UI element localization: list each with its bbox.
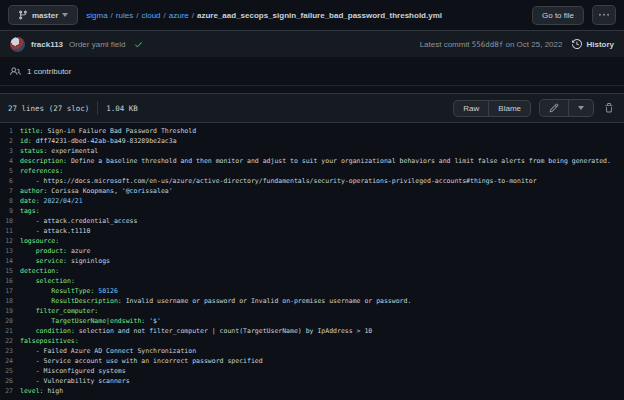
line-number[interactable]: 16 bbox=[0, 276, 20, 286]
code-line: 18 ResultDescription: Invalid username o… bbox=[0, 296, 624, 306]
line-number[interactable]: 6 bbox=[0, 176, 20, 186]
code-line-content: selection: bbox=[20, 276, 75, 286]
go-to-file-button[interactable]: Go to file bbox=[532, 6, 584, 25]
code-line-content: references: bbox=[20, 166, 63, 176]
code-line-content: level: high bbox=[20, 386, 63, 396]
code-line-content: status: experimental bbox=[20, 146, 98, 156]
line-number[interactable]: 12 bbox=[0, 236, 20, 246]
avatar[interactable] bbox=[10, 37, 25, 52]
breadcrumb-link-rules[interactable]: rules bbox=[116, 11, 133, 20]
checks-success-icon[interactable] bbox=[134, 40, 143, 49]
blame-button[interactable]: Blame bbox=[489, 100, 531, 117]
code-line: 8date: 2022/04/21 bbox=[0, 196, 624, 206]
code-line: 17 ResultType: 50126 bbox=[0, 286, 624, 296]
chevron-down-icon bbox=[62, 13, 68, 17]
line-number[interactable]: 2 bbox=[0, 136, 20, 146]
latest-commit-label: Latest commit bbox=[420, 40, 470, 49]
code-line-content: detection: bbox=[20, 266, 59, 276]
line-number[interactable]: 7 bbox=[0, 186, 20, 196]
divider bbox=[97, 101, 98, 115]
line-number[interactable]: 3 bbox=[0, 146, 20, 156]
breadcrumb-separator: / bbox=[192, 11, 194, 20]
code-line: 21 condition: selection and not filter_c… bbox=[0, 326, 624, 336]
more-options-button[interactable] bbox=[592, 5, 616, 25]
breadcrumb-separator: / bbox=[136, 11, 138, 20]
line-number[interactable]: 21 bbox=[0, 326, 20, 336]
code-line-content: ResultType: 50126 bbox=[20, 286, 118, 296]
code-line: 26 - Vulnerability scanners bbox=[0, 376, 624, 386]
commit-message-link[interactable]: Order yaml field bbox=[69, 40, 125, 49]
breadcrumb-link-cloud[interactable]: cloud bbox=[141, 11, 160, 20]
line-number[interactable]: 17 bbox=[0, 286, 20, 296]
line-number[interactable]: 20 bbox=[0, 316, 20, 326]
line-number[interactable]: 14 bbox=[0, 256, 20, 266]
commit-hash-link[interactable]: 556dd8f bbox=[472, 40, 504, 49]
trash-icon bbox=[604, 103, 614, 113]
line-number[interactable]: 22 bbox=[0, 336, 20, 346]
history-button[interactable]: History bbox=[572, 39, 614, 49]
latest-commit-bar: frack113 Order yaml field Latest commit … bbox=[0, 30, 624, 57]
code-line: 19 filter_computer: bbox=[0, 306, 624, 316]
code-line-content: description: Define a baseline threshold… bbox=[20, 156, 611, 166]
edit-dropdown-button[interactable] bbox=[569, 99, 594, 117]
branch-selector-button[interactable]: master bbox=[8, 5, 78, 25]
line-number[interactable]: 13 bbox=[0, 246, 20, 256]
latest-commit-info: Latest commit 556dd8f on Oct 25, 2022 bbox=[420, 40, 563, 49]
line-number[interactable]: 26 bbox=[0, 376, 20, 386]
line-number[interactable]: 5 bbox=[0, 166, 20, 176]
breadcrumb-separator: / bbox=[111, 11, 113, 20]
branch-name: master bbox=[32, 11, 58, 20]
contributors-count-link[interactable]: 1 contributor bbox=[27, 67, 71, 76]
line-number[interactable]: 8 bbox=[0, 196, 20, 206]
line-number[interactable]: 10 bbox=[0, 216, 20, 226]
code-line-content: falsepositives: bbox=[20, 336, 79, 346]
code-line-content: TargetUserName|endswith: '$' bbox=[20, 316, 161, 326]
delete-file-button[interactable] bbox=[602, 103, 616, 113]
line-number[interactable]: 4 bbox=[0, 156, 20, 166]
code-line: 3status: experimental bbox=[0, 146, 624, 156]
code-line: 16 selection: bbox=[0, 276, 624, 286]
code-line-content: - Vulnerability scanners bbox=[20, 376, 130, 386]
line-number[interactable]: 15 bbox=[0, 266, 20, 276]
code-line: 11 - attack.t1110 bbox=[0, 226, 624, 236]
breadcrumb-link-azure[interactable]: azure bbox=[169, 11, 189, 20]
history-label: History bbox=[586, 40, 614, 49]
section-gap bbox=[0, 86, 624, 93]
code-line: 22falsepositives: bbox=[0, 336, 624, 346]
code-line: 25 - Misconfigured systems bbox=[0, 366, 624, 376]
code-line: 1title: Sign-in Failure Bad Password Thr… bbox=[0, 126, 624, 136]
line-number[interactable]: 19 bbox=[0, 306, 20, 316]
edit-file-button[interactable] bbox=[539, 99, 569, 117]
code-line: 7author: Corissa Koopmans, '@corissalea' bbox=[0, 186, 624, 196]
commit-date: on Oct 25, 2022 bbox=[506, 40, 563, 49]
line-number[interactable]: 23 bbox=[0, 346, 20, 356]
commit-author-link[interactable]: frack113 bbox=[31, 40, 63, 49]
code-viewer: 1title: Sign-in Failure Bad Password Thr… bbox=[0, 123, 624, 396]
git-branch-icon bbox=[18, 10, 28, 20]
file-size: 1.04 KB bbox=[106, 104, 138, 113]
code-line-content: - Failed Azure AD Connect Synchronizatio… bbox=[20, 346, 196, 356]
people-icon bbox=[10, 66, 21, 77]
breadcrumb-separator: / bbox=[164, 11, 166, 20]
line-number[interactable]: 9 bbox=[0, 206, 20, 216]
edit-group bbox=[539, 99, 594, 117]
breadcrumb-link-sigma[interactable]: sigma bbox=[86, 11, 107, 20]
code-line-content: date: 2022/04/21 bbox=[20, 196, 83, 206]
code-line-content: - Service account use with an incorrect … bbox=[20, 356, 263, 366]
line-number[interactable]: 25 bbox=[0, 366, 20, 376]
code-line: 6 - https://docs.microsoft.com/en-us/azu… bbox=[0, 176, 624, 186]
contributors-bar: 1 contributor bbox=[0, 57, 624, 86]
code-line: 2id: dff74231-dbed-42ab-ba49-83289be2ac3… bbox=[0, 136, 624, 146]
line-number[interactable]: 24 bbox=[0, 356, 20, 366]
code-line: 15detection: bbox=[0, 266, 624, 276]
code-line: 12logsource: bbox=[0, 236, 624, 246]
line-number[interactable]: 18 bbox=[0, 296, 20, 306]
line-number[interactable]: 11 bbox=[0, 226, 20, 236]
code-line-content: logsource: bbox=[20, 236, 59, 246]
raw-button[interactable]: Raw bbox=[453, 100, 489, 117]
line-number[interactable]: 1 bbox=[0, 126, 20, 136]
code-line-content: filter_computer: bbox=[20, 306, 98, 316]
code-line: 20 TargetUserName|endswith: '$' bbox=[0, 316, 624, 326]
line-number[interactable]: 27 bbox=[0, 386, 20, 396]
code-line: 13 product: azure bbox=[0, 246, 624, 256]
